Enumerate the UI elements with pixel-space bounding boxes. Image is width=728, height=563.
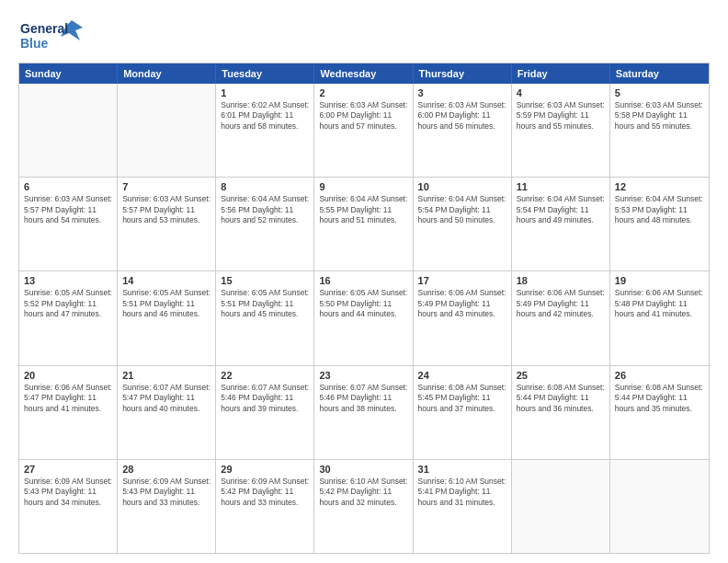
day-number: 2 bbox=[319, 87, 407, 98]
day-number: 22 bbox=[221, 370, 309, 381]
day-info: Sunrise: 6:03 AM Sunset: 5:57 PM Dayligh… bbox=[122, 194, 210, 225]
calendar-cell: 13Sunrise: 6:05 AM Sunset: 5:52 PM Dayli… bbox=[19, 271, 118, 364]
svg-text:Blue: Blue bbox=[20, 36, 49, 51]
day-info: Sunrise: 6:02 AM Sunset: 6:01 PM Dayligh… bbox=[221, 100, 309, 132]
weekday-header: Sunday bbox=[19, 63, 118, 84]
calendar-cell: 20Sunrise: 6:06 AM Sunset: 5:47 PM Dayli… bbox=[19, 366, 118, 459]
calendar-cell: 8Sunrise: 6:04 AM Sunset: 5:56 PM Daylig… bbox=[216, 178, 314, 270]
calendar-week: 13Sunrise: 6:05 AM Sunset: 5:52 PM Dayli… bbox=[19, 270, 709, 364]
day-info: Sunrise: 6:06 AM Sunset: 5:48 PM Dayligh… bbox=[615, 288, 704, 319]
day-info: Sunrise: 6:03 AM Sunset: 6:00 PM Dayligh… bbox=[319, 100, 407, 132]
weekday-header: Wednesday bbox=[314, 63, 413, 84]
day-info: Sunrise: 6:09 AM Sunset: 5:43 PM Dayligh… bbox=[122, 477, 210, 508]
day-number: 6 bbox=[24, 181, 112, 192]
day-number: 26 bbox=[615, 370, 704, 381]
calendar-cell: 30Sunrise: 6:10 AM Sunset: 5:42 PM Dayli… bbox=[314, 460, 413, 553]
calendar-week: 6Sunrise: 6:03 AM Sunset: 5:57 PM Daylig… bbox=[19, 177, 709, 270]
calendar-cell: 9Sunrise: 6:04 AM Sunset: 5:55 PM Daylig… bbox=[314, 178, 413, 270]
calendar-cell bbox=[512, 460, 610, 553]
day-info: Sunrise: 6:05 AM Sunset: 5:50 PM Dayligh… bbox=[319, 288, 407, 319]
day-number: 29 bbox=[221, 464, 309, 475]
calendar-cell: 11Sunrise: 6:04 AM Sunset: 5:54 PM Dayli… bbox=[512, 178, 610, 270]
day-info: Sunrise: 6:03 AM Sunset: 5:58 PM Dayligh… bbox=[615, 100, 704, 132]
day-number: 15 bbox=[221, 275, 309, 286]
calendar-cell: 27Sunrise: 6:09 AM Sunset: 5:43 PM Dayli… bbox=[19, 460, 118, 553]
weekday-header: Tuesday bbox=[216, 63, 314, 84]
calendar-cell: 21Sunrise: 6:07 AM Sunset: 5:47 PM Dayli… bbox=[118, 366, 216, 459]
day-info: Sunrise: 6:05 AM Sunset: 5:51 PM Dayligh… bbox=[221, 288, 309, 319]
calendar-cell: 28Sunrise: 6:09 AM Sunset: 5:43 PM Dayli… bbox=[118, 460, 216, 553]
calendar-cell: 26Sunrise: 6:08 AM Sunset: 5:44 PM Dayli… bbox=[610, 366, 709, 459]
calendar-cell bbox=[610, 460, 709, 553]
day-number: 23 bbox=[319, 370, 407, 381]
calendar-cell: 23Sunrise: 6:07 AM Sunset: 5:46 PM Dayli… bbox=[314, 366, 413, 459]
header: GeneralBlue bbox=[18, 18, 710, 53]
calendar: SundayMondayTuesdayWednesdayThursdayFrid… bbox=[18, 63, 710, 554]
logo: GeneralBlue bbox=[18, 18, 83, 53]
day-number: 5 bbox=[615, 87, 704, 98]
day-info: Sunrise: 6:04 AM Sunset: 5:56 PM Dayligh… bbox=[221, 194, 309, 225]
calendar-cell: 16Sunrise: 6:05 AM Sunset: 5:50 PM Dayli… bbox=[314, 271, 413, 364]
day-info: Sunrise: 6:06 AM Sunset: 5:47 PM Dayligh… bbox=[24, 383, 112, 414]
day-info: Sunrise: 6:09 AM Sunset: 5:42 PM Dayligh… bbox=[221, 477, 309, 508]
day-number: 20 bbox=[24, 370, 112, 381]
day-info: Sunrise: 6:07 AM Sunset: 5:47 PM Dayligh… bbox=[122, 383, 210, 414]
day-number: 13 bbox=[24, 275, 112, 286]
calendar-cell: 7Sunrise: 6:03 AM Sunset: 5:57 PM Daylig… bbox=[118, 178, 216, 270]
calendar-cell: 17Sunrise: 6:06 AM Sunset: 5:49 PM Dayli… bbox=[414, 271, 512, 364]
weekday-header: Monday bbox=[118, 63, 216, 84]
calendar-cell bbox=[118, 84, 216, 177]
day-info: Sunrise: 6:04 AM Sunset: 5:54 PM Dayligh… bbox=[517, 194, 605, 225]
calendar-body: 1Sunrise: 6:02 AM Sunset: 6:01 PM Daylig… bbox=[19, 84, 709, 553]
day-number: 25 bbox=[517, 370, 605, 381]
calendar-cell: 19Sunrise: 6:06 AM Sunset: 5:48 PM Dayli… bbox=[610, 271, 709, 364]
calendar-cell bbox=[19, 84, 118, 177]
weekday-header: Thursday bbox=[414, 63, 512, 84]
day-info: Sunrise: 6:08 AM Sunset: 5:44 PM Dayligh… bbox=[615, 383, 704, 414]
calendar-cell: 10Sunrise: 6:04 AM Sunset: 5:54 PM Dayli… bbox=[414, 178, 512, 270]
day-number: 7 bbox=[122, 181, 210, 192]
day-number: 11 bbox=[517, 181, 605, 192]
calendar-cell: 15Sunrise: 6:05 AM Sunset: 5:51 PM Dayli… bbox=[216, 271, 314, 364]
day-number: 27 bbox=[24, 464, 112, 475]
day-number: 3 bbox=[418, 87, 506, 98]
calendar-cell: 5Sunrise: 6:03 AM Sunset: 5:58 PM Daylig… bbox=[610, 84, 709, 177]
calendar-cell: 24Sunrise: 6:08 AM Sunset: 5:45 PM Dayli… bbox=[414, 366, 512, 459]
day-info: Sunrise: 6:04 AM Sunset: 5:55 PM Dayligh… bbox=[319, 194, 407, 225]
day-info: Sunrise: 6:03 AM Sunset: 5:59 PM Dayligh… bbox=[517, 100, 605, 132]
day-number: 16 bbox=[319, 275, 407, 286]
calendar-header: SundayMondayTuesdayWednesdayThursdayFrid… bbox=[19, 63, 709, 84]
day-info: Sunrise: 6:05 AM Sunset: 5:52 PM Dayligh… bbox=[24, 288, 112, 319]
day-info: Sunrise: 6:09 AM Sunset: 5:43 PM Dayligh… bbox=[24, 477, 112, 508]
calendar-week: 27Sunrise: 6:09 AM Sunset: 5:43 PM Dayli… bbox=[19, 459, 709, 553]
day-info: Sunrise: 6:04 AM Sunset: 5:54 PM Dayligh… bbox=[418, 194, 506, 225]
day-info: Sunrise: 6:10 AM Sunset: 5:42 PM Dayligh… bbox=[319, 477, 407, 508]
day-info: Sunrise: 6:05 AM Sunset: 5:51 PM Dayligh… bbox=[122, 288, 210, 319]
day-info: Sunrise: 6:10 AM Sunset: 5:41 PM Dayligh… bbox=[418, 477, 506, 508]
day-number: 31 bbox=[418, 464, 506, 475]
day-info: Sunrise: 6:08 AM Sunset: 5:45 PM Dayligh… bbox=[418, 383, 506, 414]
day-number: 18 bbox=[517, 275, 605, 286]
calendar-cell: 22Sunrise: 6:07 AM Sunset: 5:46 PM Dayli… bbox=[216, 366, 314, 459]
svg-text:General: General bbox=[20, 21, 68, 36]
calendar-cell: 25Sunrise: 6:08 AM Sunset: 5:44 PM Dayli… bbox=[512, 366, 610, 459]
calendar-cell: 2Sunrise: 6:03 AM Sunset: 6:00 PM Daylig… bbox=[314, 84, 413, 177]
day-info: Sunrise: 6:06 AM Sunset: 5:49 PM Dayligh… bbox=[517, 288, 605, 319]
day-info: Sunrise: 6:06 AM Sunset: 5:49 PM Dayligh… bbox=[418, 288, 506, 319]
calendar-cell: 18Sunrise: 6:06 AM Sunset: 5:49 PM Dayli… bbox=[512, 271, 610, 364]
day-info: Sunrise: 6:03 AM Sunset: 5:57 PM Dayligh… bbox=[24, 194, 112, 225]
day-info: Sunrise: 6:08 AM Sunset: 5:44 PM Dayligh… bbox=[517, 383, 605, 414]
calendar-week: 1Sunrise: 6:02 AM Sunset: 6:01 PM Daylig… bbox=[19, 84, 709, 177]
calendar-cell: 12Sunrise: 6:04 AM Sunset: 5:53 PM Dayli… bbox=[610, 178, 709, 270]
page: GeneralBlue SundayMondayTuesdayWednesday… bbox=[0, 0, 728, 563]
calendar-cell: 31Sunrise: 6:10 AM Sunset: 5:41 PM Dayli… bbox=[414, 460, 512, 553]
day-info: Sunrise: 6:03 AM Sunset: 6:00 PM Dayligh… bbox=[418, 100, 506, 132]
weekday-header: Friday bbox=[512, 63, 610, 84]
calendar-cell: 14Sunrise: 6:05 AM Sunset: 5:51 PM Dayli… bbox=[118, 271, 216, 364]
calendar-cell: 4Sunrise: 6:03 AM Sunset: 5:59 PM Daylig… bbox=[512, 84, 610, 177]
calendar-cell: 6Sunrise: 6:03 AM Sunset: 5:57 PM Daylig… bbox=[19, 178, 118, 270]
day-info: Sunrise: 6:07 AM Sunset: 5:46 PM Dayligh… bbox=[221, 383, 309, 414]
day-number: 9 bbox=[319, 181, 407, 192]
day-number: 21 bbox=[122, 370, 210, 381]
logo-icon: GeneralBlue bbox=[18, 18, 83, 53]
